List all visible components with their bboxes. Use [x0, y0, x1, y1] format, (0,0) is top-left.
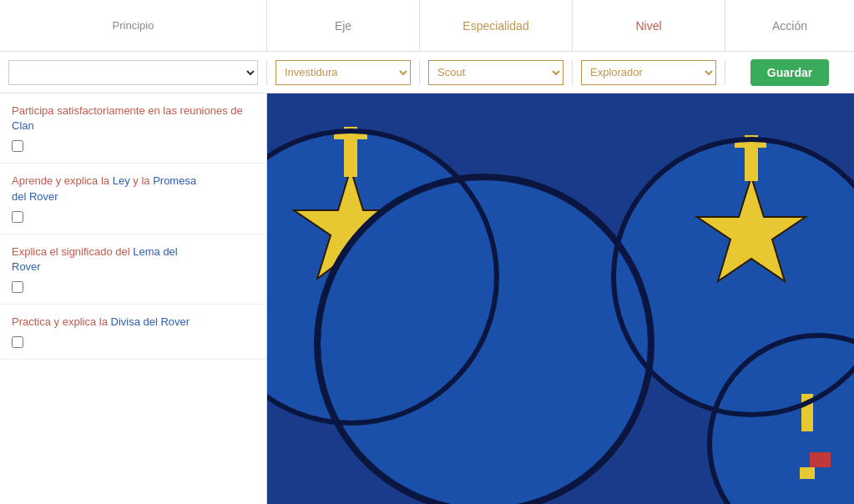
header-row: Principio Eje Especialidad Nivel Acción	[0, 0, 854, 52]
filter-nivel-cell: Explorador Scout Rover Pionero	[573, 60, 725, 85]
guardar-button[interactable]: Guardar	[750, 59, 829, 86]
filter-especialidad-cell: Scout Explorador Rover	[420, 60, 573, 85]
especialidad-select[interactable]: Scout Explorador Rover	[428, 60, 563, 85]
filter-eje-cell: Investidura Personal Social Espiritual	[267, 60, 420, 85]
svg-rect-13	[800, 467, 815, 479]
item-2-text: Aprende y explica la Ley y la Promesadel…	[12, 174, 255, 204]
item-1-checkbox-container	[12, 140, 255, 154]
col-accion-header: Acción	[725, 0, 854, 51]
col-principio-header: Principio	[0, 0, 267, 51]
item-3-checkbox-container	[12, 281, 255, 295]
item-4-checkbox[interactable]	[12, 336, 23, 348]
item-3-checkbox[interactable]	[12, 281, 23, 293]
principio-header-label: Principio	[113, 19, 154, 32]
accion-header-label: Acción	[772, 19, 807, 33]
col-nivel-header: Nivel	[573, 0, 725, 51]
list-item: Aprende y explica la Ley y la Promesadel…	[0, 164, 266, 234]
item-1-checkbox[interactable]	[12, 140, 23, 152]
nivel-select[interactable]: Explorador Scout Rover Pionero	[581, 60, 716, 85]
main-content: Participa satisfactoriamente en las reun…	[0, 93, 854, 504]
principio-select[interactable]	[8, 60, 258, 85]
item-4-checkbox-container	[12, 336, 255, 350]
item-2-checkbox[interactable]	[12, 211, 23, 223]
filter-principio-cell	[0, 60, 267, 85]
list-item: Explica el significado del Lema delRover	[0, 234, 266, 305]
deco-svg	[267, 93, 854, 504]
right-panel	[267, 93, 854, 504]
item-2-checkbox-container	[12, 211, 255, 225]
especialidad-header-label: Especialidad	[462, 19, 528, 33]
left-panel: Participa satisfactoriamente en las reun…	[0, 93, 267, 504]
item-1-text: Participa satisfactoriamente en las reun…	[12, 103, 255, 134]
filter-row: Investidura Personal Social Espiritual S…	[0, 52, 854, 93]
col-eje-header: Eje	[267, 0, 420, 51]
item-4-text: Practica y explica la Divisa del Rover	[12, 315, 255, 330]
deco-bg	[267, 93, 854, 504]
svg-rect-12	[810, 452, 831, 467]
eje-select[interactable]: Investidura Personal Social Espiritual	[275, 60, 411, 85]
col-especialidad-header: Especialidad	[420, 0, 573, 51]
list-item: Participa satisfactoriamente en las reun…	[0, 93, 266, 164]
nivel-header-label: Nivel	[635, 19, 661, 33]
eje-header-label: Eje	[335, 19, 351, 33]
list-item: Practica y explica la Divisa del Rover	[0, 305, 266, 360]
filter-accion-cell: Guardar	[725, 59, 854, 86]
item-3-text: Explica el significado del Lema delRover	[12, 244, 255, 275]
